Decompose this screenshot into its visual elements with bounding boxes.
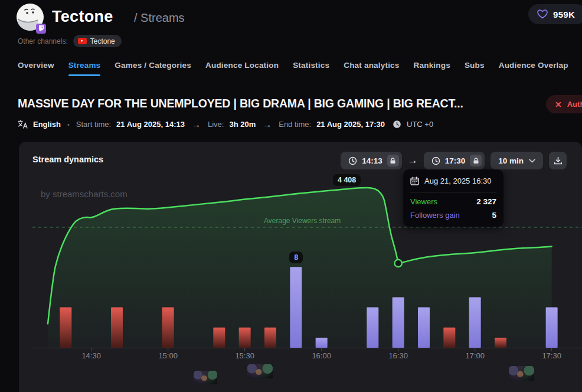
auth-button[interactable]: ✕ Autho [546, 95, 582, 113]
peak-viewers-label: 4 408 [333, 174, 361, 186]
followers-loss-bar[interactable] [495, 338, 506, 348]
lock-icon[interactable] [470, 155, 482, 166]
tab-bar: OverviewStreamsGames / CategoriesAudienc… [18, 61, 582, 76]
auth-button-label: Autho [567, 100, 582, 109]
start-time-label: Start time: [76, 120, 111, 129]
followers-gain-bar[interactable] [316, 338, 328, 348]
followers-loss-bar[interactable] [213, 328, 225, 348]
download-icon [554, 156, 563, 165]
range-end-value: 17:30 [445, 156, 466, 165]
arrow-icon: → [190, 119, 202, 129]
followers-count: 959K [553, 9, 575, 19]
tooltip-followers-value: 5 [492, 211, 496, 220]
range-end-button[interactable]: 17:30 [424, 152, 485, 169]
calendar-icon [410, 177, 419, 185]
followers-pill[interactable]: 959K [528, 4, 582, 24]
x-tick-label: 16:00 [312, 351, 331, 360]
channel-name: Tectone [52, 8, 113, 26]
arrow-icon: → [408, 155, 418, 166]
live-duration: 3h 20m [229, 120, 256, 129]
translate-icon [18, 120, 28, 129]
followers-loss-bar[interactable] [443, 328, 455, 348]
x-tick-label: 16:30 [388, 351, 408, 360]
followers-gain-bar[interactable] [469, 298, 481, 348]
live-label: Live: [208, 120, 224, 129]
stream-meta: English • Start time: 21 Aug 2025, 14:13… [18, 119, 433, 129]
stream-thumbnail[interactable] [247, 364, 273, 378]
lock-icon[interactable] [387, 155, 399, 166]
start-time-value: 21 Aug 2025, 14:13 [116, 120, 185, 129]
x-tick-label: 15:00 [158, 351, 178, 360]
interval-dropdown[interactable]: 10 min [491, 152, 543, 169]
watermark: by streamscharts.com [41, 189, 127, 199]
x-tick-label: 15:30 [235, 351, 254, 360]
tab-rankings[interactable]: Rankings [414, 61, 450, 76]
x-tick-label: 14:30 [81, 351, 101, 360]
followers-bar-value-label: 8 [289, 251, 303, 263]
other-channel-tectone[interactable]: Tectone [73, 35, 122, 47]
stream-thumbnail[interactable] [194, 371, 217, 384]
clock-icon [431, 156, 440, 165]
followers-loss-bar[interactable] [162, 308, 174, 348]
stream-thumbnail[interactable] [509, 366, 534, 381]
tab-games-categories[interactable]: Games / Categories [115, 61, 191, 76]
channel-avatar [17, 4, 45, 32]
arrow-icon: → [261, 119, 273, 129]
dot-separator: • [66, 121, 71, 128]
followers-loss-bar[interactable] [264, 328, 276, 348]
end-time-label: End time: [279, 120, 311, 129]
tab-chat-analytics[interactable]: Chat analytics [344, 61, 399, 76]
youtube-icon [78, 38, 87, 44]
stream-dynamics-panel: Stream dynamics 14:13 → 17:30 10 min [19, 142, 582, 392]
chart-controls: 14:13 → 17:30 10 min [341, 152, 567, 169]
x-tick-label: 17:00 [465, 351, 485, 360]
panel-title: Stream dynamics [32, 155, 103, 164]
stream-dynamics-chart[interactable]: Average Viewers stream14:3015:0015:3016:… [19, 142, 582, 392]
tab-subs[interactable]: Subs [465, 61, 485, 76]
language: English [33, 120, 61, 129]
tab-audience-overlap[interactable]: Audience Overlap [499, 61, 568, 76]
average-viewers-label: Average Viewers stream [264, 217, 341, 225]
followers-loss-bar[interactable] [111, 308, 123, 348]
close-icon: ✕ [555, 100, 562, 109]
heart-icon [537, 9, 548, 19]
clock-icon [348, 156, 357, 165]
followers-gain-bar[interactable] [418, 308, 430, 348]
chevron-down-icon [529, 159, 535, 163]
x-tick-label: 17:30 [542, 351, 561, 360]
twitch-badge-icon [36, 24, 46, 34]
timezone: UTC +0 [407, 120, 433, 129]
other-channels-label: Other channels: [18, 37, 68, 45]
hover-point-marker [394, 260, 401, 267]
tab-audience-location[interactable]: Audience Location [205, 61, 279, 76]
chart-tooltip: Aug 21, 2025 16:30 Viewers 2 327 Followe… [403, 169, 503, 227]
tooltip-datetime: Aug 21, 2025 16:30 [424, 177, 492, 185]
tab-overview[interactable]: Overview [18, 61, 54, 76]
other-channel-name: Tectone [90, 37, 115, 45]
followers-gain-bar[interactable] [367, 308, 378, 348]
stream-title: MASSIVE DAY FOR THE UNEMPLOYED | BIG DRA… [18, 97, 463, 110]
breadcrumb: / Streams [134, 11, 185, 25]
followers-gain-bar[interactable] [546, 308, 558, 348]
tooltip-row-followers: Followers gain 5 [410, 211, 496, 220]
interval-value: 10 min [498, 156, 524, 165]
download-button[interactable] [549, 152, 567, 169]
followers-loss-bar[interactable] [60, 308, 71, 348]
tooltip-row-viewers: Viewers 2 327 [410, 197, 496, 206]
end-time-value: 21 Aug 2025, 17:30 [316, 120, 385, 129]
tab-statistics[interactable]: Statistics [293, 61, 329, 76]
tooltip-followers-label: Followers gain [410, 211, 460, 220]
tooltip-viewers-label: Viewers [410, 197, 437, 206]
tooltip-viewers-value: 2 327 [476, 197, 496, 206]
followers-gain-bar[interactable] [393, 298, 404, 348]
range-start-button[interactable]: 14:13 [341, 152, 402, 169]
range-start-value: 14:13 [362, 156, 382, 165]
clock-icon [393, 120, 401, 129]
tab-streams[interactable]: Streams [68, 61, 101, 76]
followers-loss-bar[interactable] [239, 328, 251, 348]
followers-gain-bar[interactable] [290, 267, 302, 348]
